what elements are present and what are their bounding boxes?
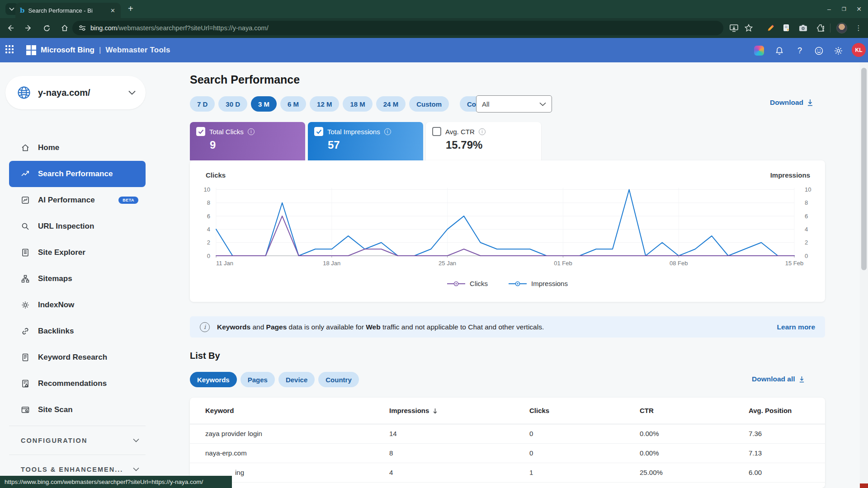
- sidebar-item-search-performance[interactable]: Search Performance: [9, 161, 146, 187]
- bing-header: Microsoft Bing | Webmaster Tools ? KL: [0, 38, 868, 62]
- info-icon[interactable]: i: [479, 128, 486, 135]
- copilot-button[interactable]: [753, 44, 765, 57]
- info-banner: i Keywords and Pages data is only availa…: [190, 316, 825, 338]
- sidebar-item-label: Backlinks: [38, 327, 74, 336]
- browser-profile-avatar[interactable]: [835, 21, 849, 35]
- reload-button[interactable]: [39, 20, 54, 36]
- cell-impressions: 4: [389, 463, 529, 482]
- new-tab-button[interactable]: +: [128, 4, 133, 14]
- scrollbar[interactable]: [860, 62, 868, 488]
- bookmark-button[interactable]: [742, 21, 755, 35]
- sidebar-item-sitemaps[interactable]: Sitemaps: [9, 266, 146, 292]
- col-impressions[interactable]: Impressions: [389, 398, 529, 424]
- cell-keyword: naya-erp.com: [190, 443, 389, 463]
- toolbar-divider: [830, 23, 830, 33]
- sidebar-item-site-explorer[interactable]: Site Explorer: [9, 239, 146, 266]
- sidebar-item-backlinks[interactable]: Backlinks: [9, 318, 146, 344]
- range-30d[interactable]: 30 D: [218, 96, 247, 112]
- sidebar-item-site-scan[interactable]: Site Scan: [9, 397, 146, 423]
- document-list-icon: [21, 248, 30, 257]
- account-avatar[interactable]: KL: [852, 43, 866, 57]
- avg-ctr-card[interactable]: Avg. CTR i 15.79%: [426, 122, 541, 160]
- list-by-title: List By: [190, 351, 220, 361]
- download-button[interactable]: Download: [770, 99, 813, 107]
- reload-icon: [43, 24, 51, 32]
- sidebar-item-recommendations[interactable]: Recommendations: [9, 371, 146, 397]
- range-18m[interactable]: 18 M: [343, 96, 372, 112]
- range-6m[interactable]: 6 M: [280, 96, 306, 112]
- sidebar-item-url-inspection[interactable]: URL Inspection: [9, 213, 146, 239]
- notifications-button[interactable]: [773, 44, 786, 57]
- tab-country[interactable]: Country: [318, 372, 359, 387]
- app-launcher-icon[interactable]: [5, 45, 15, 55]
- section-label: TOOLS & ENHANCEMEN...: [21, 466, 123, 473]
- extension-camera-button[interactable]: [796, 21, 810, 35]
- forward-arrow-icon: [24, 24, 33, 32]
- info-icon[interactable]: i: [384, 128, 391, 135]
- impressions-checkbox[interactable]: [314, 127, 323, 136]
- sidebar-item-keyword-research[interactable]: Keyword Research: [9, 344, 146, 371]
- install-app-button[interactable]: [727, 21, 741, 35]
- info-icon[interactable]: i: [248, 128, 255, 135]
- learn-more-link[interactable]: Learn more: [777, 323, 815, 331]
- extension-pencil-button[interactable]: [764, 21, 778, 35]
- help-button[interactable]: ?: [793, 44, 806, 57]
- ctr-checkbox[interactable]: [432, 127, 441, 136]
- site-selector[interactable]: y-naya.com/: [5, 76, 146, 109]
- window-close-button[interactable]: ✕: [850, 0, 868, 18]
- document-icon: [21, 353, 30, 362]
- col-avg-position[interactable]: Avg. Position: [749, 398, 825, 424]
- cell-position: 7.13: [749, 443, 825, 463]
- table-row[interactable]: zaya provider login1400.00%7.36: [190, 424, 825, 443]
- browser-tab[interactable]: b Search Performance - Bi ✕: [15, 3, 121, 18]
- browser-titlebar: b Search Performance - Bi ✕ + – ❐ ✕: [0, 0, 868, 18]
- feedback-button[interactable]: [812, 44, 825, 57]
- range-12m[interactable]: 12 M: [310, 96, 339, 112]
- clicks-checkbox[interactable]: [196, 127, 205, 136]
- table-row[interactable]: ing4125.00%6.00: [190, 463, 825, 482]
- col-keyword[interactable]: Keyword: [190, 398, 389, 424]
- legend-impressions[interactable]: Impressions: [509, 280, 568, 287]
- sidebar-item-home[interactable]: Home: [9, 135, 146, 161]
- range-custom[interactable]: Custom: [409, 96, 449, 112]
- bell-icon: [775, 47, 783, 55]
- sidebar-item-ai-performance[interactable]: AI Performance BETA: [9, 187, 146, 213]
- svg-text:25 Jan: 25 Jan: [439, 260, 456, 267]
- range-7d[interactable]: 7 D: [190, 96, 215, 112]
- tab-device[interactable]: Device: [278, 372, 315, 387]
- traffic-filter-dropdown[interactable]: All: [476, 95, 552, 113]
- tab-close-icon[interactable]: ✕: [109, 6, 116, 15]
- total-clicks-card[interactable]: Total Clicks i 9: [190, 122, 305, 160]
- browser-menu-button[interactable]: ⋮: [852, 21, 865, 35]
- url-text: bing.com/webmasters/searchperf?siteUrl=h…: [90, 24, 269, 32]
- range-24m[interactable]: 24 M: [376, 96, 406, 112]
- check-icon: [316, 129, 322, 134]
- sidebar-item-indexnow[interactable]: IndexNow: [9, 292, 146, 318]
- svg-text:01 Feb: 01 Feb: [554, 260, 572, 267]
- window-scan-icon: [21, 405, 30, 414]
- dropdown-value: All: [482, 100, 490, 108]
- legend-clicks[interactable]: Clicks: [447, 280, 488, 287]
- forward-button[interactable]: [21, 20, 36, 36]
- tab-keywords[interactable]: Keywords: [190, 372, 237, 387]
- col-ctr[interactable]: CTR: [640, 398, 749, 424]
- extension-notes-button[interactable]: [779, 21, 793, 35]
- download-all-button[interactable]: Download all: [752, 375, 805, 383]
- back-button[interactable]: [3, 20, 18, 36]
- chevron-down-icon: [9, 7, 14, 11]
- tab-pages[interactable]: Pages: [241, 372, 275, 387]
- total-impressions-card[interactable]: Total Impressions i 57: [308, 122, 423, 160]
- product-name[interactable]: Webmaster Tools: [105, 46, 170, 55]
- sidebar-item-label: Home: [38, 143, 59, 152]
- extensions-button[interactable]: [814, 21, 827, 35]
- sidebar-section-configuration[interactable]: CONFIGURATION: [9, 429, 146, 452]
- range-3m[interactable]: 3 M: [251, 96, 277, 112]
- col-clicks[interactable]: Clicks: [529, 398, 640, 424]
- scrollbar-thumb[interactable]: [861, 68, 867, 270]
- home-button[interactable]: [57, 20, 72, 36]
- table-row[interactable]: naya-erp.com800.00%7.13: [190, 443, 825, 463]
- bing-favicon-icon: b: [20, 6, 25, 14]
- address-bar[interactable]: bing.com/webmasters/searchperf?siteUrl=h…: [72, 21, 723, 35]
- settings-button[interactable]: [832, 44, 844, 57]
- brand-name[interactable]: Microsoft Bing: [41, 46, 94, 55]
